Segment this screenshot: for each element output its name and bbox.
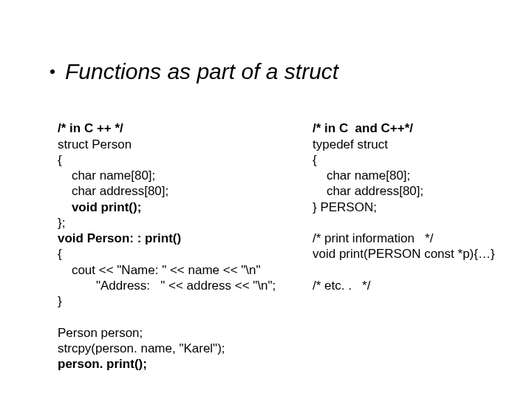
code-line: char address[80]; bbox=[313, 184, 423, 198]
slide: Functions as part of a struct /* in C ++… bbox=[0, 0, 532, 399]
code-line: struct Person bbox=[58, 137, 132, 151]
code-line: char name[80]; bbox=[58, 168, 155, 183]
code-column-right: /* in C and C++*/ typedef struct { char … bbox=[313, 105, 502, 372]
code-line: person. print(); bbox=[58, 357, 147, 371]
code-line: /* in C ++ */ bbox=[58, 121, 123, 135]
code-line: } PERSON; bbox=[313, 200, 377, 214]
code-column-left: /* in C ++ */ struct Person { char name[… bbox=[58, 105, 313, 372]
slide-title: Functions as part of a struct bbox=[50, 59, 502, 84]
bullet-icon bbox=[50, 69, 55, 74]
code-line: void Person: : print() bbox=[58, 231, 181, 245]
code-line: typedef struct bbox=[313, 137, 388, 151]
code-line: } bbox=[58, 294, 62, 308]
code-line: /* etc. . */ bbox=[313, 279, 370, 293]
code-line: /* in C and C++*/ bbox=[313, 121, 413, 135]
code-line: char address[80]; bbox=[58, 184, 168, 198]
title-text: Functions as part of a struct bbox=[65, 59, 338, 84]
code-line: { bbox=[313, 153, 317, 167]
code-columns: /* in C ++ */ struct Person { char name[… bbox=[58, 105, 502, 372]
code-line: void print(); bbox=[58, 200, 141, 214]
code-line: strcpy(person. name, "Karel"); bbox=[58, 341, 225, 355]
code-line: "Address: " << address << "\n"; bbox=[58, 279, 276, 293]
code-line: { bbox=[58, 247, 62, 261]
code-line: char name[80]; bbox=[313, 168, 410, 183]
code-line: { bbox=[58, 153, 62, 167]
code-line: }; bbox=[58, 216, 65, 230]
code-line: void print(PERSON const *p){…} bbox=[313, 247, 495, 261]
code-line: Person person; bbox=[58, 326, 143, 340]
code-line: /* print information */ bbox=[313, 231, 433, 245]
code-line: cout << "Name: " << name << "\n" bbox=[58, 263, 261, 277]
